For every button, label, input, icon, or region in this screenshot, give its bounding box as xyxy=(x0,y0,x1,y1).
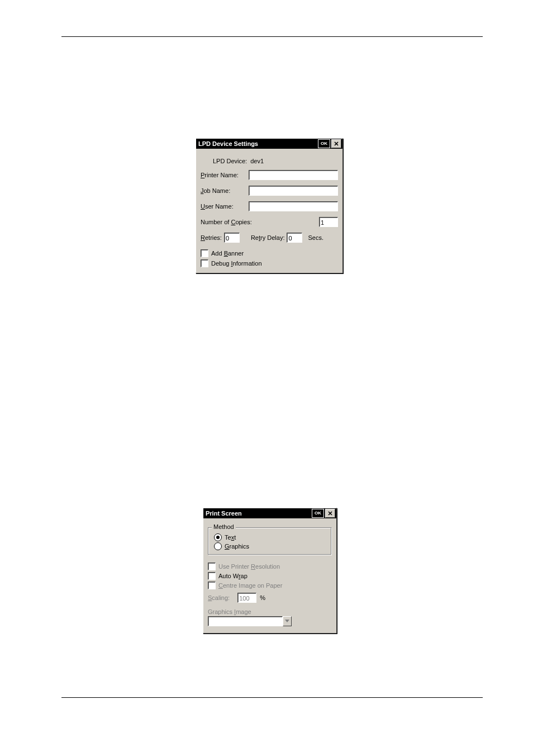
retry-delay-input[interactable]: 0 xyxy=(287,233,302,243)
copies-input[interactable]: 1 xyxy=(319,217,338,227)
scaling-percent: % xyxy=(260,594,265,601)
lpd-title: LPD Device Settings xyxy=(198,140,317,147)
graphics-image-dropdown-button[interactable] xyxy=(283,616,292,626)
job-name-input[interactable] xyxy=(249,186,338,196)
retries-label: Retries: xyxy=(201,234,222,241)
copies-label: Number of Copies: xyxy=(201,219,252,225)
ok-button[interactable]: OK xyxy=(318,139,330,148)
job-name-label: Job Name: xyxy=(201,187,249,194)
retries-input[interactable]: 0 xyxy=(224,233,240,243)
top-rule xyxy=(61,36,483,37)
lpd-titlebar: LPD Device Settings OK xyxy=(196,139,342,149)
print-titlebar: Print Screen OK xyxy=(203,508,336,518)
bottom-rule xyxy=(61,697,483,698)
secs-label: Secs. xyxy=(308,234,323,241)
scaling-input[interactable]: 100 xyxy=(237,593,256,603)
printer-name-input[interactable] xyxy=(249,170,338,180)
debug-info-label: Debug Information xyxy=(211,260,262,267)
user-name-input[interactable] xyxy=(249,201,338,211)
printer-name-label: Printer Name: xyxy=(201,172,249,178)
auto-wrap-checkbox[interactable] xyxy=(208,572,216,580)
lpd-settings-dialog: LPD Device Settings OK LPD Device: dev1 … xyxy=(196,138,343,273)
close-button[interactable] xyxy=(331,139,341,148)
method-group: Method Text Graphics xyxy=(208,527,332,555)
add-banner-label: Add Banner xyxy=(211,250,244,257)
retry-delay-label: Retry Delay: xyxy=(251,234,285,241)
centre-image-checkbox[interactable] xyxy=(208,582,216,589)
close-button[interactable] xyxy=(325,509,335,518)
graphics-image-label: Graphics Image xyxy=(208,608,251,615)
chevron-down-icon xyxy=(285,620,289,623)
use-printer-resolution-checkbox[interactable] xyxy=(208,563,216,570)
graphics-radio-label: Graphics xyxy=(225,543,249,550)
use-printer-resolution-label: Use Printer Resolution xyxy=(218,563,280,570)
method-legend: Method xyxy=(212,523,236,530)
user-name-label: User Name: xyxy=(201,203,249,210)
close-icon xyxy=(328,511,332,516)
text-radio-label: Text xyxy=(225,534,236,541)
print-screen-dialog: Print Screen OK Method Text Graphics xyxy=(203,508,337,634)
graphics-radio[interactable] xyxy=(214,542,222,550)
centre-image-label: Centre Image on Paper xyxy=(218,582,282,589)
lpd-device-value: dev1 xyxy=(250,158,264,164)
auto-wrap-label: Auto Wrap xyxy=(218,573,248,579)
print-title: Print Screen xyxy=(206,510,311,517)
text-radio[interactable] xyxy=(214,533,222,541)
lpd-device-label: LPD Device: xyxy=(213,158,247,164)
scaling-label: Scaling: xyxy=(208,594,230,601)
ok-button[interactable]: OK xyxy=(312,509,324,518)
add-banner-checkbox[interactable] xyxy=(201,249,208,257)
graphics-image-input[interactable] xyxy=(208,616,283,626)
graphics-image-combo[interactable] xyxy=(208,616,292,626)
close-icon xyxy=(334,141,339,146)
debug-info-checkbox[interactable] xyxy=(201,259,208,267)
